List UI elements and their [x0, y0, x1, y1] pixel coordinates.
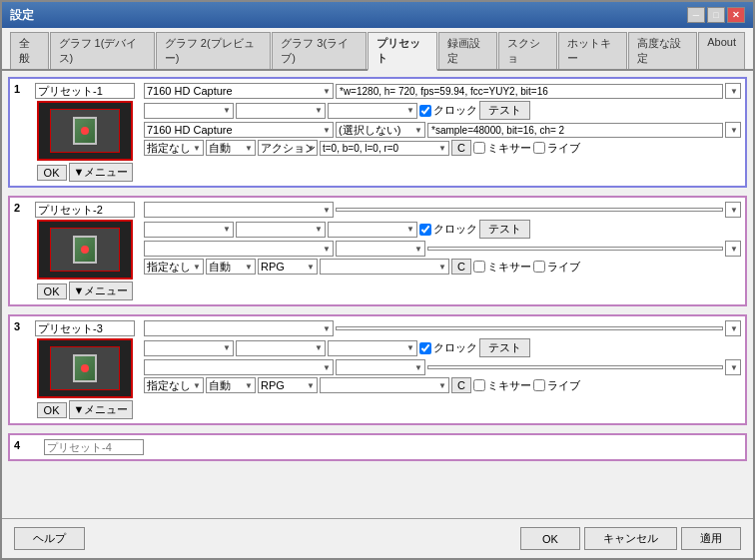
preset-2-select2c[interactable] — [329, 223, 333, 237]
preset-3-mode-dd[interactable]: 自動 — [206, 377, 256, 393]
preset-2-source-select[interactable]: 指定なし — [145, 260, 193, 274]
preset-1-action-dd[interactable]: アクション — [258, 140, 318, 156]
preset-3-select2c[interactable] — [329, 341, 333, 355]
preset-1-video-value-dd[interactable] — [725, 83, 741, 99]
preset-1-t-dd[interactable]: t=0, b=0, l=0, r=0 — [320, 141, 449, 156]
preset-2-audio-value-dd[interactable] — [725, 241, 741, 257]
preset-1-action-select[interactable]: アクション — [259, 141, 318, 155]
preset-2-name-input[interactable] — [35, 202, 135, 218]
preset-2-source-dd[interactable]: 指定なし — [144, 259, 204, 275]
preset-2-action-select[interactable]: RPG — [259, 260, 287, 274]
preset-1-menu-button[interactable]: ▼メニュー — [69, 163, 134, 182]
maximize-button[interactable]: □ — [707, 7, 725, 23]
preset-2-video-device-dd[interactable] — [144, 202, 334, 218]
preset-2-select2b[interactable] — [237, 223, 241, 237]
preset-3-t-select[interactable] — [321, 378, 325, 392]
preset-2-clock-checkbox[interactable] — [419, 224, 431, 236]
preset-1-select2b[interactable] — [237, 104, 241, 118]
preset-2-video-value-select[interactable] — [726, 203, 732, 217]
presets-scroll-area[interactable]: 1 OK ▼メニュー — [2, 71, 753, 490]
tab-graph3[interactable]: グラフ 3(ライブ) — [272, 32, 367, 69]
preset-3-dd2c[interactable] — [328, 340, 417, 356]
preset-3-select2b[interactable] — [237, 341, 241, 355]
preset-1-t-select[interactable]: t=0, b=0, l=0, r=0 — [321, 142, 401, 155]
preset-1-audio-format-dd[interactable]: (選択しない) — [336, 122, 425, 138]
preset-3-video-device-select[interactable] — [145, 321, 149, 335]
preset-1-dd2c[interactable] — [328, 103, 417, 119]
preset-1-mode-select[interactable]: 自動 — [207, 141, 233, 155]
tab-record[interactable]: 録画設定 — [438, 32, 497, 69]
tab-graph1[interactable]: グラフ 1(デバイス) — [50, 32, 155, 69]
preset-3-audio-value-select[interactable] — [726, 360, 732, 374]
preset-3-select2a[interactable] — [145, 341, 149, 355]
preset-2-action-dd[interactable]: RPG — [258, 259, 318, 275]
preset-3-test-button[interactable]: テスト — [479, 338, 530, 357]
preset-2-audio-device-select[interactable] — [145, 242, 149, 256]
preset-1-video-value-select[interactable] — [726, 84, 732, 98]
tab-advanced[interactable]: 高度な設定 — [628, 32, 697, 69]
preset-2-mode-select[interactable]: 自動 — [207, 260, 233, 274]
preset-1-video-device-dd[interactable]: 7160 HD Capture — [144, 83, 334, 99]
preset-3-source-dd[interactable]: 指定なし — [144, 377, 204, 393]
preset-1-audio-device-dd[interactable]: 7160 HD Capture — [144, 122, 334, 138]
preset-3-dd2b[interactable] — [236, 340, 326, 356]
preset-3-name-input[interactable] — [35, 320, 135, 336]
minimize-button[interactable]: ─ — [687, 7, 705, 23]
ok-button[interactable]: OK — [520, 527, 580, 550]
preset-1-mode-dd[interactable]: 自動 — [206, 140, 256, 156]
preset-2-test-button[interactable]: テスト — [479, 220, 530, 239]
cancel-button[interactable]: キャンセル — [584, 527, 677, 550]
preset-3-audio-device-select[interactable] — [145, 360, 149, 374]
preset-3-audio-format-dd[interactable] — [336, 359, 425, 375]
preset-1-test-button[interactable]: テスト — [479, 101, 530, 120]
preset-2-mode-dd[interactable]: 自動 — [206, 259, 256, 275]
preset-3-t-dd[interactable] — [320, 377, 449, 393]
preset-3-dd2a[interactable] — [144, 340, 234, 356]
preset-2-menu-button[interactable]: ▼メニュー — [69, 281, 134, 300]
preset-2-video-value-dd[interactable] — [725, 202, 741, 218]
preset-1-mixer-checkbox[interactable] — [473, 142, 485, 154]
preset-2-dd2b[interactable] — [236, 222, 326, 238]
tab-preset[interactable]: プリセット — [368, 32, 436, 71]
preset-2-ok-button[interactable]: OK — [37, 283, 67, 299]
preset-3-video-device-dd[interactable] — [144, 320, 334, 336]
preset-2-live-checkbox[interactable] — [533, 261, 545, 273]
help-button[interactable]: ヘルプ — [14, 527, 85, 550]
preset-3-ok-button[interactable]: OK — [37, 402, 67, 418]
preset-1-dd2a[interactable] — [144, 103, 234, 119]
preset-3-action-dd[interactable]: RPG — [258, 377, 318, 393]
preset-1-audio-value-dd[interactable] — [725, 122, 741, 138]
preset-1-c-button[interactable]: C — [451, 140, 471, 156]
preset-2-t-dd[interactable] — [320, 259, 449, 275]
tab-hotkey[interactable]: ホットキー — [558, 32, 627, 69]
preset-1-select2a[interactable] — [145, 104, 149, 118]
preset-3-video-value-dd[interactable] — [725, 320, 741, 336]
preset-1-audio-value-select[interactable] — [726, 123, 732, 137]
preset-2-c-button[interactable]: C — [451, 259, 471, 275]
tab-graph2[interactable]: グラフ 2(プレビュー) — [156, 32, 272, 69]
preset-1-dd2b[interactable] — [236, 103, 326, 119]
preset-2-dd2c[interactable] — [328, 222, 417, 238]
preset-2-dd2a[interactable] — [144, 222, 234, 238]
preset-1-source-dd[interactable]: 指定なし — [144, 140, 204, 156]
preset-2-audio-device-dd[interactable] — [144, 241, 334, 257]
preset-1-select2c[interactable] — [329, 104, 333, 118]
preset-3-mode-select[interactable]: 自動 — [207, 378, 233, 392]
preset-2-audio-value-select[interactable] — [726, 242, 732, 256]
preset-3-video-value-select[interactable] — [726, 321, 732, 335]
preset-1-clock-checkbox[interactable] — [419, 105, 431, 117]
preset-2-audio-format-dd[interactable] — [336, 241, 425, 257]
preset-1-audio-format-select[interactable]: (選択しない) — [337, 123, 403, 137]
tab-about[interactable]: About — [698, 32, 745, 69]
preset-3-audio-device-dd[interactable] — [144, 359, 334, 375]
tab-general[interactable]: 全般 — [10, 32, 49, 69]
preset-1-ok-button[interactable]: OK — [37, 165, 67, 181]
preset-1-name-input[interactable] — [35, 83, 135, 99]
preset-1-source-select[interactable]: 指定なし — [145, 141, 193, 155]
close-button[interactable]: ✕ — [727, 7, 745, 23]
preset-4-name-input[interactable] — [44, 439, 144, 455]
preset-1-video-device-select[interactable]: 7160 HD Capture — [145, 84, 235, 98]
preset-3-live-checkbox[interactable] — [533, 379, 545, 391]
preset-3-menu-button[interactable]: ▼メニュー — [69, 400, 134, 419]
preset-3-clock-checkbox[interactable] — [419, 342, 431, 354]
